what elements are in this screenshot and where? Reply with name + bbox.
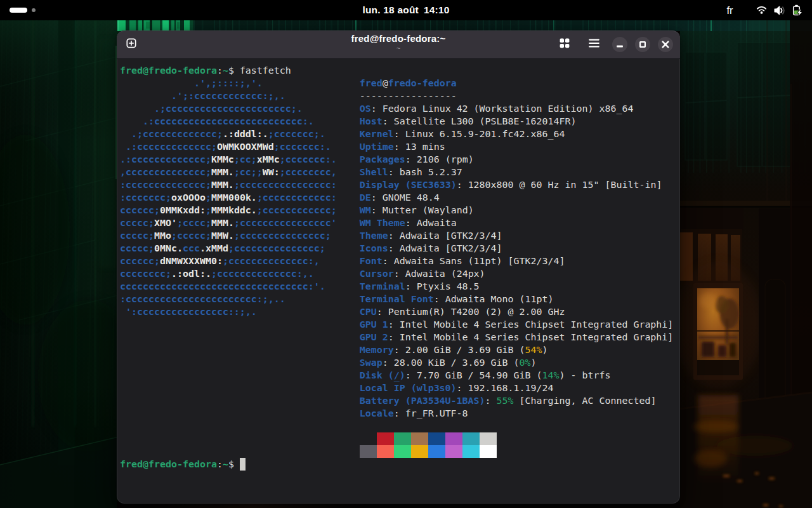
new-tab-icon xyxy=(126,38,136,51)
minimize-icon xyxy=(616,45,624,48)
window-controls xyxy=(554,30,673,58)
minimize-button[interactable] xyxy=(612,37,627,52)
window-title: fred@fredo-fedora:~ xyxy=(351,33,446,44)
palette-block-p1 xyxy=(377,432,394,445)
palette-block-p11 xyxy=(411,445,428,458)
terminal-window: fred@fredo-fedora:~ ~ fred@fredo-fedora:… xyxy=(117,30,680,504)
palette-block-p12 xyxy=(428,445,445,458)
workspace-indicator[interactable] xyxy=(10,0,36,20)
workspace-pill-active[interactable] xyxy=(10,8,27,13)
palette-block-p15 xyxy=(480,445,497,458)
palette-block-p9 xyxy=(377,445,394,458)
tab-overview-button[interactable] xyxy=(554,34,575,55)
palette-block-p10 xyxy=(394,445,411,458)
terminal-cursor xyxy=(240,458,246,471)
workspace-dot[interactable] xyxy=(32,8,36,12)
window-subtitle: ~ xyxy=(351,44,446,53)
maximize-button[interactable] xyxy=(635,37,650,52)
window-headerbar[interactable]: fred@fredo-fedora:~ ~ xyxy=(117,30,680,59)
palette-block-p3 xyxy=(411,432,428,445)
tab-overview-icon xyxy=(560,38,570,51)
terminal-content[interactable]: fred@fredo-fedora:~$ fastfetch .',;::::;… xyxy=(117,59,679,503)
menu-button[interactable] xyxy=(583,34,605,55)
palette-block-p14 xyxy=(462,445,480,458)
close-button[interactable] xyxy=(658,37,673,52)
close-icon xyxy=(662,41,669,48)
palette-block-p6 xyxy=(462,432,480,445)
green-panes xyxy=(117,20,193,31)
clock-time: 14:10 xyxy=(424,4,450,16)
battery-charging-icon xyxy=(790,4,802,17)
wifi-icon xyxy=(756,5,767,15)
maximize-icon xyxy=(639,41,646,48)
gnome-top-bar: lun. 18 août 14:10 fr xyxy=(0,0,812,20)
upper-windows xyxy=(685,43,790,166)
keyboard-layout-indicator[interactable]: fr xyxy=(726,4,733,17)
window-title-box: fred@fredo-fedora:~ ~ xyxy=(351,33,446,53)
desktop: lun. 18 août 14:10 fr fred@fredo-fedora:… xyxy=(0,0,812,508)
palette-block-p8 xyxy=(360,445,377,458)
palette-block-p13 xyxy=(445,445,462,458)
palette-block-p5 xyxy=(445,432,462,445)
clock-date: lun. 18 août xyxy=(362,4,419,16)
palette-block-p4 xyxy=(428,432,445,445)
palette-block-p7 xyxy=(480,432,497,445)
palette-block-p2 xyxy=(394,432,411,445)
top-strip xyxy=(117,20,812,31)
clock-button[interactable]: lun. 18 août 14:10 xyxy=(362,0,449,20)
volume-icon xyxy=(773,5,787,16)
terminal-text: fred@fredo-fedora:~$ fastfetch .',;::::;… xyxy=(117,59,679,471)
system-status-area[interactable]: fr xyxy=(726,0,804,20)
pavement xyxy=(680,392,812,508)
palette-block-p0 xyxy=(360,432,377,445)
shop-window xyxy=(693,283,743,380)
new-tab-button[interactable] xyxy=(121,34,142,55)
hamburger-menu-icon xyxy=(589,39,599,50)
